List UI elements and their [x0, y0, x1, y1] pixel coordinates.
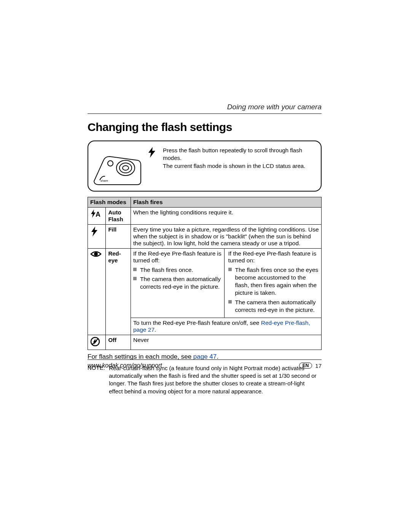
redeye-toggle-note: To turn the Red-eye Pre-flash feature on… [131, 318, 322, 335]
mode-fires: Never [131, 335, 322, 350]
page-title: Changing the flash settings [88, 121, 322, 134]
col-header-modes: Flash modes [88, 197, 131, 208]
mode-fires: Every time you take a picture, regardles… [131, 225, 322, 249]
mode-label: Fill [106, 225, 131, 249]
mode-label: Red-eye [106, 249, 131, 335]
diagram-line-1: Press the flash button repeatedly to scr… [163, 147, 315, 162]
list-item: The flash fires once so the eyes become … [228, 266, 319, 297]
section-header: Doing more with your camera [88, 103, 322, 111]
mode-label: Off [106, 335, 131, 350]
fill-flash-icon [88, 225, 106, 249]
auto-flash-icon: A [88, 208, 106, 225]
list-item: The camera then automatically corrects r… [133, 275, 224, 291]
camera-illustration: share [92, 145, 142, 187]
language-badge: EN [299, 363, 312, 369]
svg-text:A: A [96, 211, 100, 218]
flash-button-icon [147, 145, 158, 160]
manual-page: Doing more with your camera Changing the… [88, 103, 322, 395]
redeye-off-intro: If the Red-eye Pre-flash feature is turn… [133, 250, 224, 264]
svg-text:share: share [100, 179, 108, 182]
col-header-fires: Flash fires [131, 197, 322, 208]
table-row: Fill Every time you take a picture, rega… [88, 225, 322, 249]
page-footer: www.kodak.com/go/support EN 17 [88, 359, 322, 369]
instruction-diagram: share Press the flash button repeatedly … [88, 141, 322, 192]
header-rule [88, 113, 322, 114]
redeye-icon [88, 249, 106, 335]
page-47-link[interactable]: page 47 [193, 353, 217, 360]
svg-point-6 [94, 252, 98, 256]
list-item: The camera then automatically corrects r… [228, 299, 319, 314]
flash-modes-table: Flash modes Flash fires A Auto Flash Whe… [88, 197, 322, 350]
table-row: Off Never [88, 335, 322, 350]
list-item: The flash fires once. [133, 266, 224, 274]
svg-point-3 [108, 161, 113, 166]
table-row: Red-eye If the Red-eye Pre-flash feature… [88, 249, 322, 318]
flash-off-icon [88, 335, 106, 350]
page-number: 17 [315, 363, 322, 369]
mode-label: Auto Flash [106, 208, 131, 225]
svg-point-2 [123, 166, 129, 170]
page-number-block: EN 17 [299, 363, 322, 369]
diagram-caption: Press the flash button repeatedly to scr… [163, 145, 315, 170]
svg-point-1 [119, 163, 132, 173]
mode-fires: When the lighting conditions require it. [131, 208, 322, 225]
redeye-on-intro: If the Red-eye Pre-flash feature is turn… [228, 250, 319, 264]
redeye-detail: If the Red-eye Pre-flash feature is turn… [131, 249, 322, 318]
diagram-line-2: The current flash mode is shown in the L… [163, 162, 315, 170]
support-url[interactable]: www.kodak.com/go/support [88, 362, 162, 369]
table-row: A Auto Flash When the lighting condition… [88, 208, 322, 225]
